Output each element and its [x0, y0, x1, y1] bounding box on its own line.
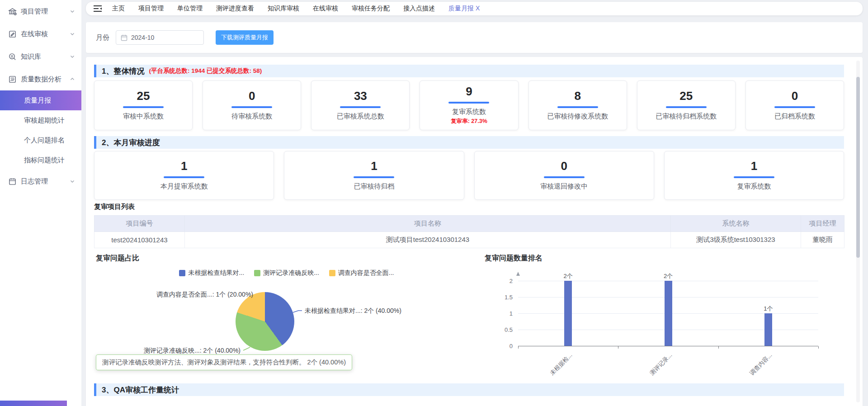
sidebar-item-log-management[interactable]: 日志管理 [0, 170, 81, 193]
stat-label: 本月提审系统数 [160, 182, 208, 191]
nav-tab[interactable]: 主页 [112, 5, 125, 13]
x-axis-tick [518, 346, 519, 349]
pie-label-survey-content[interactable]: 调查内容是否全面...: 1个 (20.00%) [156, 291, 253, 299]
review-project-table: 项目编号项目名称系统名称项目经理 test202410301243测试项目tes… [94, 215, 844, 248]
table-cell: 测试3级系统test10301323 [671, 232, 801, 248]
section-month-progress-header: 2、本月审核进度 [94, 136, 844, 149]
sidebar-item-label: 项目管理 [21, 7, 70, 16]
stat-label: 审核中系统数 [123, 112, 164, 121]
table-row[interactable]: test202410301243测试项目test202410301243测试3级… [94, 232, 844, 248]
y-tick-label: 2 [486, 278, 513, 284]
legend-label: 未根据检查结果对... [188, 269, 244, 277]
leader-line [243, 347, 250, 350]
chevron-down-icon [70, 31, 75, 37]
nav-tab[interactable]: 知识库审核 [268, 5, 299, 13]
nav-tab[interactable]: 在线审核 [313, 5, 338, 13]
section-qa-workload-header: 3、QA审核工作量统计 [94, 383, 844, 396]
month-progress-cards-row: 1本月提审系统数1已审核待归档0审核退回修改中1复审系统数 [94, 151, 844, 200]
stat-value: 0 [561, 160, 567, 172]
stat-value: 1 [751, 160, 757, 172]
pie-legend: 未根据检查结果对...测评记录准确反映...调查内容是否全面... [94, 269, 479, 277]
sidebar-subitem-quality-monthly-report[interactable]: 质量月报 [0, 90, 81, 110]
nav-tab[interactable]: 单位管理 [177, 5, 203, 13]
chart-tooltip: 测评记录准确反映测评方法、测评对象及测评结果，支持符合性判断。 2个 (40.0… [96, 354, 352, 370]
sidebar-item-knowledge-base[interactable]: 知识库 [0, 45, 81, 68]
table-header-cell: 项目经理 [801, 216, 844, 232]
x-category-label: 未根据检... [548, 351, 574, 377]
stat-label: 待审核系统数 [231, 112, 272, 121]
sidebar-item-online-review[interactable]: 在线审核 [0, 23, 81, 45]
bar[interactable] [764, 313, 772, 346]
legend-label: 调查内容是否全面... [338, 269, 394, 277]
sidebar-subitem-review-overdue-stats[interactable]: 审核超期统计 [0, 110, 81, 130]
stat-card: 33已审核系统总数 [311, 80, 410, 130]
stat-card: 8已审核待修改系统数 [528, 80, 627, 130]
section-title: 3、QA审核工作量统计 [102, 385, 179, 395]
y-tick-label: 1.5 [486, 294, 513, 301]
legend-item[interactable]: 未根据检查结果对... [179, 269, 244, 277]
sidebar-item-project-management[interactable]: 项目管理 [0, 0, 81, 23]
review-rate-note: 复审率: 27.3% [451, 118, 487, 125]
sidebar-item-quality-data-analysis[interactable]: 质量数据分析 [0, 68, 81, 90]
stat-card: 1复审系统数 [664, 151, 844, 200]
stat-underline [734, 176, 774, 178]
table-cell: test202410301243 [94, 232, 185, 248]
stat-label: 已审核系统总数 [337, 112, 384, 121]
download-monthly-report-button[interactable]: 下载测评质量月报 [216, 30, 274, 45]
stat-card: 25审核中系统数 [94, 80, 193, 130]
stat-underline [123, 106, 164, 108]
calendar-icon [121, 34, 127, 41]
month-value: 2024-10 [131, 34, 154, 41]
log-icon [8, 177, 17, 186]
vertical-scrollbar[interactable] [856, 61, 860, 402]
stat-value: 25 [679, 90, 693, 102]
legend-swatch-icon [179, 270, 185, 276]
legend-item[interactable]: 测评记录准确反映... [254, 269, 319, 277]
sidebar-subitem-indicator-issue-stats[interactable]: 指标问题统计 [0, 150, 81, 170]
stat-value: 33 [354, 90, 367, 102]
x-axis-tick [818, 346, 819, 349]
chevron-down-icon [70, 54, 75, 59]
x-category-label: 测评记录... [648, 351, 674, 377]
sidebar-collapse-icon[interactable] [93, 5, 102, 12]
sidebar-item-label: 知识库 [21, 52, 70, 61]
stat-label: 已审核待归档系统数 [656, 112, 717, 121]
sidebar-item-label: 日志管理 [21, 177, 70, 186]
pie-label-record-accuracy[interactable]: 测评记录准确反映...: 2个 (40.00%) [144, 347, 241, 355]
table-header-cell: 系统名称 [671, 216, 801, 232]
section-title: 2、本月审核进度 [102, 137, 160, 148]
stat-underline [557, 106, 598, 108]
nav-tab[interactable]: 审核任务分配 [352, 5, 390, 13]
nav-tab[interactable]: 项目管理 [138, 5, 164, 13]
nav-tab-active-quality-monthly-report[interactable]: 质量月报 X [448, 5, 480, 13]
sidebar-bottom-active-fragment [0, 401, 67, 406]
bar-plot-area: 2个未根据检...2个测评记录...1个调查内容... [518, 281, 818, 346]
pie-chart-title: 复审问题占比 [96, 254, 139, 263]
stat-label: 复审系统数 [452, 108, 486, 116]
stat-value: 8 [574, 90, 580, 102]
stat-value: 0 [792, 90, 798, 102]
y-axis-arrow-icon [516, 272, 520, 276]
pie-label-not-per-check-result[interactable]: 未根据检查结果对...: 2个 (40.00%) [305, 307, 401, 315]
data-analysis-icon [8, 75, 17, 84]
bar[interactable] [564, 281, 572, 346]
stat-card: 9复审系统数复审率: 27.3% [420, 80, 518, 130]
stat-underline [354, 176, 394, 178]
nav-tabs: 主页项目管理单位管理测评进度查看知识库审核在线审核审核任务分配接入点描述质量月报… [112, 5, 480, 13]
report-content-card: 1、整体情况 (平台系统总数: 1944 已提交系统总数: 58) 25审核中系… [86, 57, 863, 406]
stat-underline [774, 106, 815, 108]
pie-chart[interactable] [236, 292, 294, 351]
x-category-label: 调查内容... [748, 351, 774, 377]
bar[interactable] [665, 281, 672, 346]
stat-underline [544, 176, 585, 178]
stat-label: 已审核待归档 [354, 182, 394, 191]
y-tick-label: 0 [486, 343, 513, 349]
legend-item[interactable]: 调查内容是否全面... [329, 269, 394, 277]
scrollbar-thumb[interactable] [856, 77, 860, 258]
x-axis-line [518, 346, 818, 346]
nav-tab[interactable]: 接入点描述 [403, 5, 435, 13]
nav-tab[interactable]: 测评进度查看 [216, 5, 254, 13]
month-picker-input[interactable]: 2024-10 [116, 30, 204, 45]
stat-label: 审核退回修改中 [540, 182, 588, 191]
sidebar-subitem-personal-issue-ranking[interactable]: 个人问题排名 [0, 130, 81, 150]
